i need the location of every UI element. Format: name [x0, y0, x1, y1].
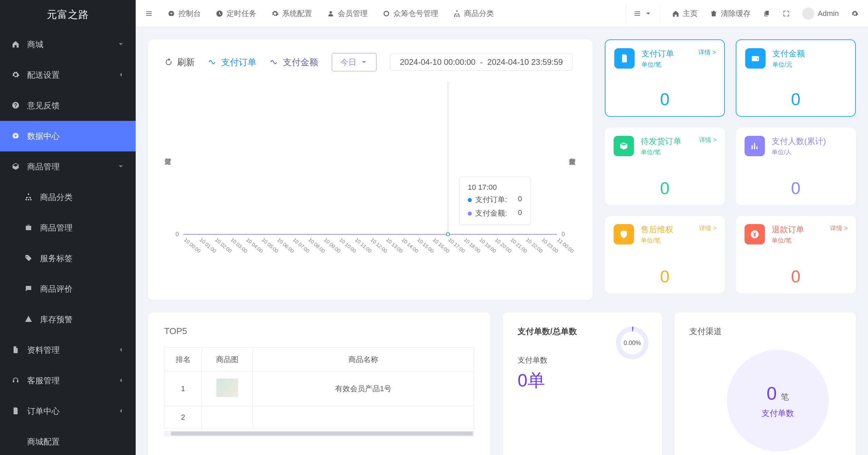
channel-title: 支付渠道 [689, 326, 841, 337]
chart-area: 支付订单 支付金额 0010 00:0010 01:0010 02:0010 0… [164, 75, 576, 292]
chart-toolbar: 刷新 支付订单 支付金额 今日 [164, 53, 576, 71]
chevron-left-icon [117, 376, 125, 385]
stat-card-0: 支付订单单位/笔详情 >0 [605, 39, 725, 117]
stat-detail-link[interactable]: 详情 > [698, 48, 716, 56]
top5-horizontal-scrollbar[interactable] [164, 431, 474, 436]
sidebar-item-9[interactable]: 库存预警 [0, 304, 136, 335]
tooltip-time: 10 17:00 [468, 183, 522, 192]
topbar-expand[interactable] [783, 10, 790, 17]
topbar-menu-dropdown[interactable] [626, 4, 660, 23]
yen-icon [745, 224, 765, 244]
sidebar-item-0[interactable]: 商城 [0, 29, 136, 60]
svg-text:10 13:00: 10 13:00 [385, 237, 404, 254]
sidebar-item-4[interactable]: 商品管理 [0, 151, 136, 182]
channel-label: 支付单数 [761, 408, 794, 419]
stat-value: 0 [745, 179, 847, 198]
stat-unit: 单位/笔 [772, 236, 804, 244]
svg-point-56 [446, 233, 450, 236]
sidebar-item-label: 数据中心 [27, 131, 60, 142]
svg-text:10 17:00: 10 17:00 [447, 237, 466, 254]
sidebar-item-1[interactable]: 配送设置 [0, 60, 136, 90]
topbar-item-4[interactable]: 会员管理 [327, 8, 368, 19]
chevron-down-icon [360, 58, 368, 66]
sidebar-item-8[interactable]: 商品评价 [0, 274, 136, 304]
help-icon [11, 101, 20, 110]
avatar [802, 7, 814, 20]
comment-icon [24, 284, 33, 294]
sidebar-item-3[interactable]: 数据中心 [0, 121, 136, 151]
topbar-item-1[interactable]: 控制台 [168, 8, 201, 19]
sidebar-item-12[interactable]: 订单中心 [0, 396, 136, 426]
topbar-item-label: 众筹仓号管理 [393, 8, 438, 19]
sidebar-item-label: 配送设置 [27, 70, 60, 80]
stat-title: 支付金额 [772, 48, 805, 59]
chevron-down-icon [644, 10, 652, 17]
stat-card-4: 售后维权单位/笔详情 >0 [605, 216, 725, 293]
top5-col-1: 商品图 [202, 348, 253, 372]
sidebar-item-11[interactable]: 客服管理 [0, 365, 136, 396]
doc-icon [11, 406, 20, 416]
series-toggle-orders[interactable]: 支付订单 [208, 56, 256, 68]
topbar-item-6[interactable]: 商品分类 [453, 8, 494, 19]
ratio-gauge-value: 0.00% [621, 331, 643, 354]
stat-value: 0 [745, 267, 847, 287]
sidebar-item-2[interactable]: 意见反馈 [0, 90, 136, 121]
table-row[interactable]: 1有效会员产品1号 [165, 372, 474, 406]
content-scroll[interactable]: 刷新 支付订单 支付金额 今日 [136, 27, 868, 455]
sidebar-item-13[interactable]: 商城配置 [0, 426, 136, 455]
series-toggle-amount[interactable]: 支付金额 [270, 56, 318, 68]
sidebar-item-7[interactable]: 服务标签 [0, 243, 136, 274]
sidebar-item-label: 服务标签 [40, 253, 73, 264]
svg-text:10 02:00: 10 02:00 [214, 237, 233, 254]
date-range-today[interactable]: 今日 [332, 53, 377, 71]
svg-text:10 20:00: 10 20:00 [494, 237, 513, 254]
stat-detail-link[interactable]: 详情 > [830, 224, 848, 232]
stats-grid: 支付订单单位/笔详情 >0支付金额单位/元0待发货订单单位/笔详情 >0支付人数… [605, 39, 856, 300]
topbar-copy[interactable] [763, 10, 770, 17]
stat-detail-link[interactable]: 详情 > [699, 224, 717, 232]
sidebar-item-10[interactable]: 资料管理 [0, 335, 136, 365]
rank-cell: 1 [165, 372, 202, 406]
briefcase-icon [24, 223, 33, 233]
headset-icon [11, 376, 20, 385]
trash-icon [710, 10, 717, 17]
stat-detail-link[interactable]: 详情 > [699, 136, 717, 144]
top5-col-0: 排名 [165, 348, 202, 372]
topbar-user-label: Admin [818, 9, 839, 18]
topbar-home[interactable]: 主页 [672, 8, 698, 19]
name-cell: 有效会员产品1号 [253, 372, 474, 406]
svg-text:10 03:00: 10 03:00 [230, 237, 249, 254]
sidebar-item-6[interactable]: 商品管理 [0, 213, 136, 243]
refresh-button[interactable]: 刷新 [164, 56, 195, 68]
stat-card-1: 支付金额单位/元0 [736, 39, 856, 117]
svg-text:10 05:00: 10 05:00 [261, 237, 280, 254]
wave-icon [270, 58, 279, 67]
topbar-item-0[interactable] [145, 10, 153, 17]
tooltip-s1-val: 0 [518, 195, 522, 205]
tooltip-s2-name: 支付金额: [475, 209, 507, 217]
stat-title: 待发货订单 [641, 136, 681, 147]
chevron-left-icon [117, 70, 125, 80]
topbar: 控制台定时任务系统配置会员管理众筹仓号管理商品分类 主页 清除缓存 [136, 0, 868, 27]
chart-tooltip: 10 17:00 支付订单:0 支付金额:0 [459, 177, 531, 225]
date-range-picker[interactable]: 2024-04-10 00:00:00 - 2024-04-10 23:59:5… [390, 54, 573, 71]
topbar-clear-cache[interactable]: 清除缓存 [710, 8, 751, 19]
chart-svg[interactable]: 0010 00:0010 01:0010 02:0010 03:0010 04:… [164, 75, 576, 265]
topbar-user[interactable]: Admin [802, 7, 839, 20]
copy-icon [763, 10, 770, 17]
top5-title: TOP5 [164, 326, 474, 336]
svg-text:10 00:00: 10 00:00 [183, 237, 202, 254]
sidebar-item-5[interactable]: 商品分类 [0, 182, 136, 213]
stat-card-2: 待发货订单单位/笔详情 >0 [605, 128, 725, 205]
topbar-item-2[interactable]: 定时任务 [216, 8, 256, 19]
bars-icon [634, 10, 641, 17]
topbar-item-5[interactable]: 众筹仓号管理 [383, 8, 438, 19]
home-icon [11, 40, 20, 49]
chevron-left-icon [117, 345, 125, 355]
topbar-item-3[interactable]: 系统配置 [271, 8, 312, 19]
svg-text:10 07:00: 10 07:00 [292, 237, 311, 254]
table-row[interactable]: 2 [165, 406, 474, 429]
topbar-settings[interactable] [851, 10, 859, 17]
name-cell [253, 406, 474, 429]
dash-icon [11, 131, 20, 141]
